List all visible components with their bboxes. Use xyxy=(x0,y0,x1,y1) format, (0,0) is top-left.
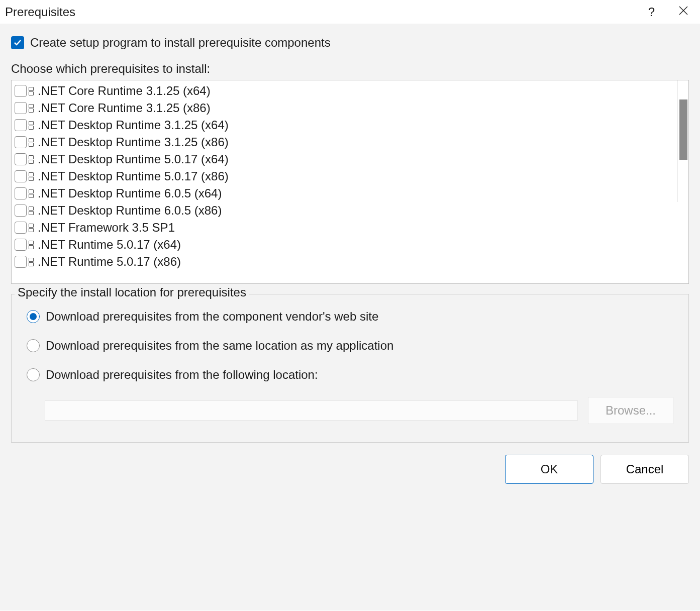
close-icon[interactable] xyxy=(675,4,692,20)
ok-button[interactable]: OK xyxy=(505,455,593,484)
prerequisite-checkbox[interactable] xyxy=(15,136,27,148)
prerequisite-checkbox[interactable] xyxy=(15,256,27,268)
list-item[interactable]: .NET Core Runtime 3.1.25 (x86) xyxy=(12,99,677,117)
package-icon xyxy=(29,205,36,216)
prerequisite-label: .NET Core Runtime 3.1.25 (x86) xyxy=(38,101,211,115)
dialog-buttons: OK Cancel xyxy=(11,455,689,484)
prerequisite-checkbox[interactable] xyxy=(15,85,27,97)
radio-same-location[interactable] xyxy=(27,339,40,352)
prerequisites-list-content: .NET Core Runtime 3.1.25 (x64) .NET Core… xyxy=(12,80,677,283)
install-location-fieldset: Specify the install location for prerequ… xyxy=(11,294,689,443)
prerequisite-checkbox[interactable] xyxy=(15,187,27,199)
scrollbar-thumb[interactable] xyxy=(679,99,687,160)
list-item[interactable]: .NET Desktop Runtime 3.1.25 (x64) xyxy=(12,117,677,134)
package-icon xyxy=(29,171,36,182)
radio-row-following-location: Download prerequisites from the followin… xyxy=(27,368,673,382)
package-icon xyxy=(29,188,36,199)
browse-button: Browse... xyxy=(588,397,673,424)
package-icon xyxy=(29,103,36,114)
list-item[interactable]: .NET Desktop Runtime 3.1.25 (x86) xyxy=(12,134,677,151)
choose-prerequisites-label: Choose which prerequisites to install: xyxy=(11,62,689,76)
list-item[interactable]: .NET Runtime 5.0.17 (x64) xyxy=(12,236,677,253)
radio-row-same-location: Download prerequisites from the same loc… xyxy=(27,339,673,353)
prerequisite-checkbox[interactable] xyxy=(15,119,27,131)
prerequisite-label: .NET Core Runtime 3.1.25 (x64) xyxy=(38,84,211,98)
install-location-legend: Specify the install location for prerequ… xyxy=(15,285,249,299)
list-item[interactable]: .NET Desktop Runtime 6.0.5 (x86) xyxy=(12,202,677,219)
titlebar-controls: ? xyxy=(648,4,692,20)
package-icon xyxy=(29,154,36,165)
prerequisite-checkbox[interactable] xyxy=(15,239,27,251)
package-icon xyxy=(29,256,36,267)
prerequisite-label: .NET Desktop Runtime 3.1.25 (x86) xyxy=(38,135,229,149)
prerequisite-checkbox[interactable] xyxy=(15,102,27,114)
create-setup-label: Create setup program to install prerequi… xyxy=(30,36,331,50)
prerequisite-checkbox[interactable] xyxy=(15,222,27,234)
prerequisite-label: .NET Desktop Runtime 5.0.17 (x86) xyxy=(38,169,229,183)
radio-row-vendor: Download prerequisites from the componen… xyxy=(27,310,673,324)
package-icon xyxy=(29,239,36,250)
list-item[interactable]: .NET Desktop Runtime 6.0.5 (x64) xyxy=(12,185,677,202)
prerequisite-label: .NET Framework 3.5 SP1 xyxy=(38,221,175,235)
list-item[interactable]: .NET Desktop Runtime 5.0.17 (x86) xyxy=(12,168,677,185)
location-path-input xyxy=(45,400,578,421)
prerequisite-label: .NET Desktop Runtime 5.0.17 (x64) xyxy=(38,152,229,166)
list-item[interactable]: .NET Runtime 5.0.17 (x86) xyxy=(12,253,677,270)
package-icon xyxy=(29,222,36,233)
radio-vendor-label: Download prerequisites from the componen… xyxy=(46,310,378,324)
scrollbar-track[interactable] xyxy=(677,80,688,283)
dialog-title: Prerequisites xyxy=(5,5,75,19)
prerequisite-label: .NET Desktop Runtime 6.0.5 (x86) xyxy=(38,203,222,218)
prerequisite-checkbox[interactable] xyxy=(15,205,27,217)
create-setup-row: Create setup program to install prerequi… xyxy=(11,36,689,50)
cancel-button[interactable]: Cancel xyxy=(601,455,689,484)
create-setup-checkbox[interactable] xyxy=(11,36,24,49)
package-icon xyxy=(29,85,36,96)
prerequisite-label: .NET Desktop Runtime 3.1.25 (x64) xyxy=(38,118,229,132)
list-item[interactable]: .NET Core Runtime 3.1.25 (x64) xyxy=(12,82,677,99)
help-icon[interactable]: ? xyxy=(648,5,655,19)
package-icon xyxy=(29,120,36,131)
prerequisites-listbox[interactable]: .NET Core Runtime 3.1.25 (x64) .NET Core… xyxy=(11,80,689,284)
package-icon xyxy=(29,137,36,148)
prerequisite-checkbox[interactable] xyxy=(15,153,27,165)
prerequisite-label: .NET Runtime 5.0.17 (x86) xyxy=(38,255,181,269)
dialog-content: Create setup program to install prerequi… xyxy=(0,24,700,610)
list-item[interactable]: .NET Desktop Runtime 5.0.17 (x64) xyxy=(12,151,677,168)
radio-following-location-label: Download prerequisites from the followin… xyxy=(46,368,318,382)
prerequisite-label: .NET Runtime 5.0.17 (x64) xyxy=(38,238,181,252)
prerequisite-label: .NET Desktop Runtime 6.0.5 (x64) xyxy=(38,186,222,200)
radio-vendor-website[interactable] xyxy=(27,310,40,323)
titlebar: Prerequisites ? xyxy=(0,0,700,24)
prerequisite-checkbox[interactable] xyxy=(15,170,27,182)
radio-following-location[interactable] xyxy=(27,368,40,381)
list-item[interactable]: .NET Framework 3.5 SP1 xyxy=(12,219,677,236)
location-input-row: Browse... xyxy=(45,397,673,424)
radio-same-location-label: Download prerequisites from the same loc… xyxy=(46,339,393,353)
